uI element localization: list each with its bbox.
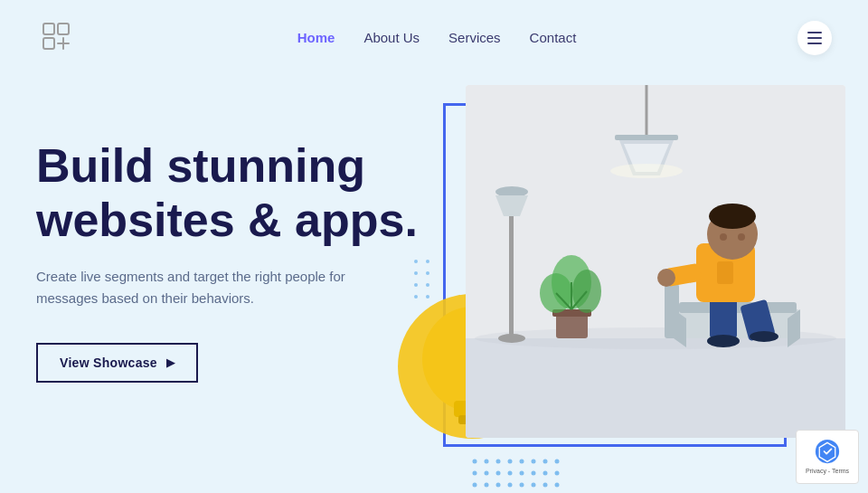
svg-point-43 bbox=[657, 269, 675, 287]
nav-services[interactable]: Services bbox=[448, 30, 501, 45]
hero-title: Build stunning websites & apps. bbox=[36, 139, 470, 248]
svg-point-66 bbox=[543, 483, 548, 488]
hamburger-menu[interactable] bbox=[797, 21, 832, 55]
svg-point-51 bbox=[555, 460, 560, 464]
svg-point-64 bbox=[520, 483, 524, 488]
arrow-icon: ▶ bbox=[166, 356, 175, 369]
scene-background bbox=[466, 85, 845, 438]
svg-point-49 bbox=[532, 460, 536, 464]
svg-rect-1 bbox=[58, 24, 69, 34]
svg-point-34 bbox=[707, 335, 740, 347]
svg-point-56 bbox=[520, 471, 524, 476]
hero-section: Build stunning websites & apps. Create l… bbox=[0, 76, 868, 493]
svg-point-47 bbox=[508, 460, 513, 464]
nav-links: Home About Us Services Contact bbox=[297, 30, 577, 46]
nav-about[interactable]: About Us bbox=[363, 30, 420, 45]
svg-point-35 bbox=[750, 331, 778, 342]
nav-contact[interactable]: Contact bbox=[530, 30, 577, 45]
svg-point-18 bbox=[498, 334, 525, 343]
svg-point-61 bbox=[485, 483, 489, 488]
svg-rect-2 bbox=[43, 38, 54, 49]
svg-point-60 bbox=[473, 483, 477, 488]
svg-point-41 bbox=[738, 233, 745, 241]
svg-point-14 bbox=[610, 164, 683, 178]
svg-point-67 bbox=[555, 483, 560, 488]
svg-rect-19 bbox=[556, 313, 588, 338]
svg-point-63 bbox=[508, 483, 513, 488]
svg-point-45 bbox=[485, 460, 489, 464]
svg-point-39 bbox=[709, 204, 756, 229]
svg-rect-8 bbox=[466, 338, 845, 438]
svg-rect-11 bbox=[615, 135, 678, 140]
svg-point-48 bbox=[520, 460, 524, 464]
svg-point-46 bbox=[496, 460, 501, 464]
svg-point-50 bbox=[543, 460, 548, 464]
svg-point-40 bbox=[720, 233, 727, 241]
svg-point-65 bbox=[532, 483, 536, 488]
hero-content: Build stunning websites & apps. Create l… bbox=[36, 94, 470, 383]
svg-point-54 bbox=[496, 471, 501, 476]
navigation: Home About Us Services Contact bbox=[0, 0, 868, 76]
svg-point-55 bbox=[508, 471, 513, 476]
svg-point-59 bbox=[555, 471, 560, 476]
dots-decoration-bottom bbox=[470, 457, 570, 493]
svg-point-53 bbox=[485, 471, 489, 476]
svg-rect-0 bbox=[43, 24, 54, 34]
svg-rect-7 bbox=[466, 85, 845, 338]
svg-point-52 bbox=[473, 471, 477, 476]
svg-rect-28 bbox=[679, 302, 797, 313]
logo[interactable] bbox=[36, 16, 76, 60]
svg-point-44 bbox=[473, 460, 477, 464]
nav-home[interactable]: Home bbox=[297, 30, 335, 45]
svg-rect-37 bbox=[717, 261, 733, 284]
svg-rect-31 bbox=[665, 284, 679, 338]
svg-point-58 bbox=[543, 471, 548, 476]
svg-point-57 bbox=[532, 471, 536, 476]
recaptcha-badge: Privacy - Terms bbox=[796, 430, 859, 484]
svg-point-62 bbox=[496, 483, 501, 488]
hero-subtitle: Create live segments and target the righ… bbox=[36, 266, 380, 311]
view-showcase-button[interactable]: View Showcase ▶ bbox=[36, 343, 198, 383]
